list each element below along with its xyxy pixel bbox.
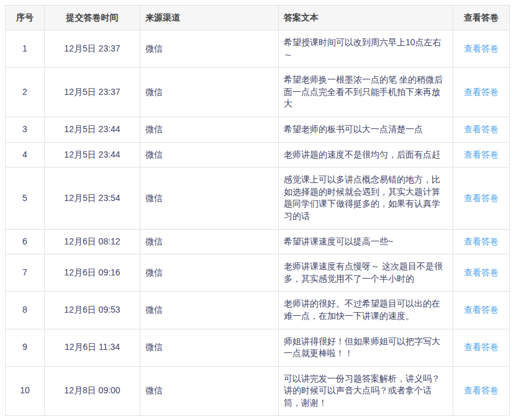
answer-text: 希望讲课速度可以提高一些~: [279, 229, 453, 254]
table-row: 712月6日 09:16微信老师讲课速度有点慢呀～ 这次题目不是很多，其实感觉用…: [6, 254, 510, 292]
column-header-channel: 来源渠道: [140, 6, 279, 30]
view-answer-link[interactable]: 查看答卷: [464, 124, 499, 134]
table-header: 序号 提交答卷时间 来源渠道 答案文本 查看答卷: [6, 6, 510, 30]
view-answer-cell: 查看答卷: [453, 292, 510, 329]
answer-text: 老师讲课速度有点慢呀～ 这次题目不是很多，其实感觉用不了一个半小时的: [279, 254, 453, 292]
view-answer-link[interactable]: 查看答卷: [464, 150, 499, 159]
view-answer-link[interactable]: 查看答卷: [464, 43, 499, 53]
view-answer-cell: 查看答卷: [453, 329, 510, 366]
submit-time: 12月6日 09:53: [45, 292, 140, 329]
row-index: 3: [6, 117, 45, 142]
view-answer-cell: 查看答卷: [453, 254, 510, 292]
column-header-text: 答案文本: [279, 6, 453, 30]
submit-time: 12月6日 09:16: [45, 254, 140, 292]
column-header-time: 提交答卷时间: [45, 6, 140, 30]
column-header-index: 序号: [6, 6, 45, 30]
table-row: 112月5日 23:37微信希望授课时间可以改到周六早上10点左右～查看答卷: [6, 30, 510, 68]
view-answer-link[interactable]: 查看答卷: [464, 193, 499, 203]
answer-text: 师姐讲得很好！但如果师姐可以把字写大一点就更棒啦！！: [279, 329, 453, 366]
source-channel: 微信: [140, 142, 279, 168]
row-index: 6: [6, 229, 45, 254]
submit-time: 12月6日 08:12: [45, 229, 140, 254]
source-channel: 微信: [140, 168, 279, 229]
header-row: 序号 提交答卷时间 来源渠道 答案文本 查看答卷: [6, 6, 510, 30]
row-index: 4: [6, 142, 45, 168]
column-header-view: 查看答卷: [453, 6, 510, 30]
view-answer-cell: 查看答卷: [453, 168, 510, 229]
answer-text: 希望老师换一根墨浓一点的笔 坐的稍微后面一点点完全看不到只能手机拍下来再放大: [279, 68, 453, 117]
submit-time: 12月6日 11:34: [45, 329, 140, 366]
row-index: 5: [6, 168, 45, 229]
submit-time: 12月5日 23:37: [45, 68, 140, 117]
answer-text: 感觉课上可以多讲点概念易错的地方，比如选择题的时候就会遇到，其实大题计算题同学们…: [279, 168, 453, 229]
answer-text: 希望老师的板书可以大一点清楚一点: [279, 117, 453, 142]
table-row: 612月6日 08:12微信希望讲课速度可以提高一些~查看答卷: [6, 229, 510, 254]
submit-time: 12月5日 23:54: [45, 168, 140, 229]
answer-text: 老师讲题的速度不是很均匀，后面有点赶: [279, 142, 453, 168]
source-channel: 微信: [140, 366, 279, 416]
source-channel: 微信: [140, 329, 279, 366]
submit-time: 12月5日 23:37: [45, 30, 140, 68]
view-answer-link[interactable]: 查看答卷: [464, 267, 499, 277]
answers-table: 序号 提交答卷时间 来源渠道 答案文本 查看答卷 112月5日 23:37微信希…: [5, 5, 510, 416]
row-index: 1: [6, 30, 45, 68]
row-index: 2: [6, 68, 45, 117]
row-index: 7: [6, 254, 45, 292]
view-answer-cell: 查看答卷: [453, 142, 510, 168]
view-answer-cell: 查看答卷: [453, 117, 510, 142]
table-row: 312月5日 23:44微信希望老师的板书可以大一点清楚一点查看答卷: [6, 117, 510, 142]
table-row: 812月6日 09:53微信老师讲的很好。不过希望题目可以出的在难一点，在加快一…: [6, 292, 510, 329]
submit-time: 12月8日 09:00: [45, 366, 140, 416]
table-row: 512月5日 23:54微信感觉课上可以多讲点概念易错的地方，比如选择题的时候就…: [6, 168, 510, 229]
table-row: 912月6日 11:34微信师姐讲得很好！但如果师姐可以把字写大一点就更棒啦！！…: [6, 329, 510, 366]
source-channel: 微信: [140, 229, 279, 254]
row-index: 10: [6, 366, 45, 416]
answer-text: 希望授课时间可以改到周六早上10点左右～: [279, 30, 453, 68]
answer-text: 可以讲完发一份习题答案解析，讲义吗？讲的时候可以声音大点吗？或者拿个话筒，谢谢！: [279, 366, 453, 416]
view-answer-cell: 查看答卷: [453, 366, 510, 416]
source-channel: 微信: [140, 254, 279, 292]
view-answer-link[interactable]: 查看答卷: [464, 342, 499, 352]
view-answer-cell: 查看答卷: [453, 229, 510, 254]
view-answer-link[interactable]: 查看答卷: [464, 385, 499, 395]
row-index: 9: [6, 329, 45, 366]
view-answer-cell: 查看答卷: [453, 30, 510, 68]
row-index: 8: [6, 292, 45, 329]
source-channel: 微信: [140, 68, 279, 117]
source-channel: 微信: [140, 117, 279, 142]
submit-time: 12月5日 23:44: [45, 117, 140, 142]
view-answer-link[interactable]: 查看答卷: [464, 305, 499, 315]
submit-time: 12月5日 23:44: [45, 142, 140, 168]
answer-text: 老师讲的很好。不过希望题目可以出的在难一点，在加快一下讲课的速度。: [279, 292, 453, 329]
source-channel: 微信: [140, 30, 279, 68]
source-channel: 微信: [140, 292, 279, 329]
table-body: 112月5日 23:37微信希望授课时间可以改到周六早上10点左右～查看答卷21…: [6, 30, 510, 416]
table-row: 1012月8日 09:00微信可以讲完发一份习题答案解析，讲义吗？讲的时候可以声…: [6, 366, 510, 416]
view-answer-link[interactable]: 查看答卷: [464, 87, 499, 97]
table-row: 412月5日 23:44微信老师讲题的速度不是很均匀，后面有点赶查看答卷: [6, 142, 510, 168]
view-answer-link[interactable]: 查看答卷: [464, 236, 499, 246]
view-answer-cell: 查看答卷: [453, 68, 510, 117]
table-row: 212月5日 23:37微信希望老师换一根墨浓一点的笔 坐的稍微后面一点点完全看…: [6, 68, 510, 117]
survey-answers-page: 序号 提交答卷时间 来源渠道 答案文本 查看答卷 112月5日 23:37微信希…: [0, 0, 516, 420]
